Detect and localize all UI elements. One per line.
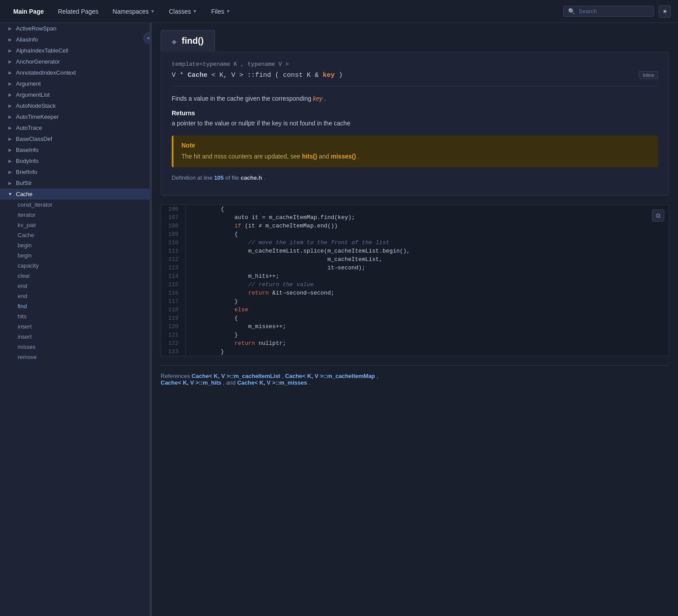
- definition-line: Definition at line 105 of file cache.h .: [172, 174, 658, 181]
- definition-filename: cache.h: [241, 174, 262, 181]
- description-italic: key: [313, 95, 323, 102]
- ref-link-cache-misses[interactable]: Cache< K, V >::m_misses: [237, 379, 307, 386]
- nav-namespaces[interactable]: Namespaces ▼: [106, 4, 161, 19]
- line-number: 111: [161, 247, 186, 255]
- sidebar-item-autotrace[interactable]: ▶ AutoTrace: [0, 122, 150, 133]
- note-title: Note: [181, 142, 650, 149]
- search-input[interactable]: [579, 8, 649, 15]
- line-code: return nullptr;: [186, 339, 669, 348]
- ref-link-cacheMap[interactable]: Cache< K, V >::m_cacheItemMap: [285, 373, 375, 379]
- sidebar-subitem-misses[interactable]: misses: [0, 342, 150, 352]
- sidebar-item-aliasinfo[interactable]: ▶ AliasInfo: [0, 34, 150, 45]
- function-title: find(): [182, 36, 204, 45]
- nav-files[interactable]: Files ▼: [205, 4, 236, 19]
- sidebar-item-bodyinfo[interactable]: ▶ BodyInfo: [0, 155, 150, 166]
- namespaces-dropdown-arrow: ▼: [151, 9, 155, 14]
- sidebar-item-autonodestack[interactable]: ▶ AutoNodeStack: [0, 100, 150, 111]
- sidebar-item-argument[interactable]: ▶ Argument: [0, 78, 150, 89]
- sidebar-arrow-autonodestack: ▶: [7, 103, 13, 109]
- sidebar-subitem-cache-class[interactable]: Cache: [0, 230, 150, 240]
- sidebar-subitem-insert-2[interactable]: insert: [0, 332, 150, 342]
- signature-line: V * Cache < K, V > ::find ( const K & ke…: [172, 71, 658, 79]
- copy-code-button[interactable]: ⧉: [652, 209, 664, 222]
- description-text: Finds a value in the cache given the cor…: [172, 94, 658, 103]
- sidebar-subitem-end-2[interactable]: end: [0, 291, 150, 301]
- classes-dropdown-arrow: ▼: [193, 9, 197, 14]
- sidebar-arrow-anchor: ▶: [7, 59, 13, 65]
- sidebar-subitem-const-iterator[interactable]: const_iterator: [0, 200, 150, 210]
- line-code: // return the value: [186, 280, 669, 289]
- line-code: m_cacheItemList,: [186, 255, 669, 264]
- sidebar-arrow-argument: ▶: [7, 81, 13, 87]
- table-row: 118 else: [161, 306, 669, 314]
- table-row: 107 auto it = m_cacheItemMap.find(key);: [161, 213, 669, 222]
- line-number: 113: [161, 264, 186, 272]
- nav-related-pages[interactable]: Related Pages: [52, 4, 105, 19]
- definition-line-number[interactable]: 105: [214, 174, 224, 181]
- nav-classes[interactable]: Classes ▼: [163, 4, 203, 19]
- sidebar-item-anchorgenerator[interactable]: ▶ AnchorGenerator: [0, 56, 150, 67]
- returns-section: Returns a pointer to the value or nullpt…: [172, 110, 658, 128]
- sidebar-item-annotatedindexcontext[interactable]: ▶ AnnotatedIndexContext: [0, 67, 150, 78]
- theme-toggle-button[interactable]: ☀: [659, 5, 671, 18]
- sidebar-subitem-iterator[interactable]: iterator: [0, 210, 150, 220]
- sidebar-subitem-find[interactable]: find: [0, 301, 150, 311]
- note-link-misses[interactable]: misses(): [331, 153, 356, 160]
- line-code: return &it→second→second;: [186, 289, 669, 297]
- line-number: 119: [161, 314, 186, 322]
- sidebar-arrow-alpha: ▶: [7, 48, 13, 54]
- sidebar-item-autotimekeeper[interactable]: ▶ AutoTimeKeeper: [0, 111, 150, 122]
- returns-label: Returns: [172, 110, 658, 117]
- sidebar-subitem-begin-1[interactable]: begin: [0, 240, 150, 250]
- line-code: else: [186, 306, 669, 314]
- line-code: it→second);: [186, 264, 669, 272]
- sidebar-subitem-remove[interactable]: remove: [0, 352, 150, 362]
- line-number: 121: [161, 331, 186, 339]
- ref-link-cache-hits[interactable]: Cache< K, V >::m_hits: [161, 379, 221, 386]
- line-code: // move the item to the front of the lis…: [186, 238, 669, 247]
- table-row: 113 it→second);: [161, 264, 669, 272]
- sidebar-item-briefinfo[interactable]: ▶ BriefInfo: [0, 166, 150, 178]
- table-row: 121 }: [161, 331, 669, 339]
- sidebar-item-baseclassdef[interactable]: ▶ BaseClassDef: [0, 133, 150, 144]
- line-number: 117: [161, 297, 186, 306]
- line-code: }: [186, 331, 669, 339]
- template-line: template<typename K , typename V >: [172, 61, 658, 68]
- sidebar-subitem-clear[interactable]: clear: [0, 271, 150, 281]
- files-dropdown-arrow: ▼: [226, 9, 230, 14]
- signature-card: template<typename K , typename V > V * C…: [161, 52, 669, 196]
- line-code: {: [186, 205, 669, 213]
- sig-open-paren: ( const K &: [275, 72, 323, 79]
- sidebar-subitem-capacity[interactable]: capacity: [0, 261, 150, 271]
- line-number: 123: [161, 348, 186, 356]
- search-container: 🔍: [563, 6, 654, 17]
- sidebar-subitem-end-1[interactable]: end: [0, 281, 150, 291]
- sidebar-item-bufstr[interactable]: ▶ BufStr: [0, 178, 150, 189]
- sidebar-item-argumentlist[interactable]: ▶ ArgumentList: [0, 89, 150, 100]
- sidebar-arrow-briefinfo: ▶: [7, 169, 13, 175]
- table-row: 119 {: [161, 314, 669, 322]
- line-code: }: [186, 297, 669, 306]
- table-row: 109 {: [161, 230, 669, 238]
- sidebar-subitem-begin-2[interactable]: begin: [0, 250, 150, 261]
- sidebar-item-baseinfo[interactable]: ▶ BaseInfo: [0, 144, 150, 155]
- ref-link-cachelist[interactable]: Cache< K, V >::m_cacheItemList: [192, 373, 280, 379]
- sidebar-subitem-insert-1[interactable]: insert: [0, 321, 150, 332]
- sidebar-arrow-cache: ▼: [7, 191, 13, 197]
- divider-1: [172, 86, 658, 87]
- table-row: 108 if (it ≠ m_cacheItemMap.end()): [161, 222, 669, 230]
- sidebar-item-activerowspan[interactable]: ▶ ActiveRowSpan: [0, 23, 150, 34]
- line-code: m_misses++;: [186, 322, 669, 331]
- sidebar-item-cache[interactable]: ▼ Cache: [0, 189, 150, 200]
- search-icon: 🔍: [568, 8, 575, 15]
- sidebar-subitem-hits[interactable]: hits: [0, 311, 150, 321]
- note-link-hits[interactable]: hits(): [302, 153, 317, 160]
- line-number: 114: [161, 272, 186, 280]
- code-table: 106 { 107 auto it = m_cacheItemMap.find(…: [161, 205, 669, 356]
- sidebar-arrow-baseclassdef: ▶: [7, 136, 13, 142]
- nav-main-page[interactable]: Main Page: [7, 4, 50, 19]
- top-navigation: Main Page Related Pages Namespaces ▼ Cla…: [0, 0, 678, 23]
- sidebar-subitem-kv-pair[interactable]: kv_pair: [0, 220, 150, 230]
- table-row: 116 return &it→second→second;: [161, 289, 669, 297]
- sidebar-item-alphaindextablecell[interactable]: ▶ AlphaIndexTableCell: [0, 45, 150, 56]
